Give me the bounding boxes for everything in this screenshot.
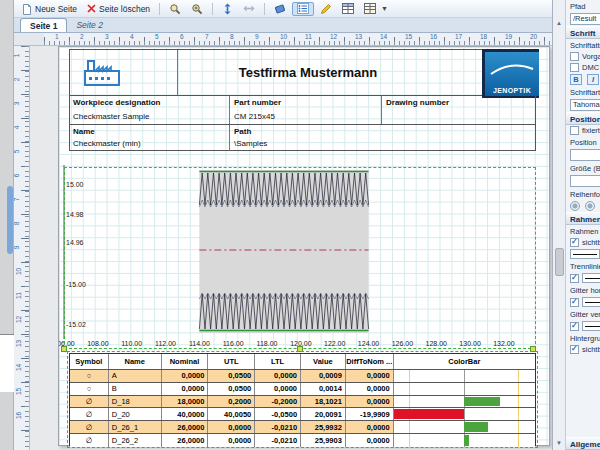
position-input[interactable] bbox=[570, 149, 600, 161]
part-number-value[interactable]: CM 215x45 bbox=[229, 110, 381, 124]
section-schrift[interactable]: Schrift bbox=[566, 26, 600, 39]
path-value[interactable]: \Samples bbox=[229, 137, 536, 151]
delete-page-button[interactable]: Seite löschen bbox=[83, 2, 154, 16]
v-ruler-number: 7 bbox=[14, 198, 20, 202]
eraser-button[interactable] bbox=[270, 2, 290, 16]
name-value[interactable]: Checkmaster (min) bbox=[69, 137, 229, 151]
colorbar-guide-line bbox=[518, 434, 519, 447]
field-list-button[interactable] bbox=[292, 2, 314, 16]
rahmen-sichtbar-checkbox[interactable] bbox=[570, 238, 579, 247]
schriftart-label: Schriftart bbox=[566, 86, 600, 98]
groesse-input[interactable] bbox=[570, 175, 600, 187]
schriftart-combobox[interactable]: Tahoma bbox=[570, 99, 600, 111]
design-canvas[interactable]: Testfirma Mustermann JENOPTIK Workpiece … bbox=[30, 46, 552, 450]
fit-height-icon bbox=[222, 3, 233, 15]
trennlinie-row[interactable] bbox=[566, 272, 600, 284]
bold-button[interactable]: B bbox=[570, 74, 582, 85]
table-header-cell: Name bbox=[109, 354, 162, 369]
vorgabe-checkbox-row[interactable]: Vorgabe bbox=[566, 51, 600, 62]
section-rahmen[interactable]: Rahmen bbox=[566, 212, 600, 225]
gitter-vertikal-checkbox[interactable] bbox=[570, 322, 579, 331]
hintergrund-sichtbar-row[interactable]: sichtbar bbox=[566, 344, 600, 355]
zoom-in-button[interactable] bbox=[187, 2, 207, 16]
fit-width-icon bbox=[243, 3, 255, 14]
gitter-horizontal-label: Gitter horizontal bbox=[566, 284, 600, 296]
colorbar-cell bbox=[394, 421, 535, 433]
gitter-horizontal-row[interactable] bbox=[566, 296, 600, 308]
order-back-icon[interactable] bbox=[585, 201, 595, 211]
h-ruler-number: 9 bbox=[255, 33, 259, 40]
name-cell: A bbox=[109, 370, 162, 382]
tab-seite-1[interactable]: Seite 1 bbox=[20, 18, 67, 32]
trennlinie-checkbox[interactable] bbox=[570, 274, 579, 283]
colorbar-guide-line bbox=[409, 421, 410, 433]
dmc-checkbox[interactable] bbox=[570, 63, 579, 72]
difftonom-cell: 0,0000 bbox=[346, 370, 394, 382]
left-scrollbar-thumb[interactable] bbox=[7, 186, 13, 254]
fit-width-button[interactable] bbox=[239, 2, 259, 16]
path-field-input[interactable]: /Result bbox=[570, 13, 600, 25]
difftonom-cell: 0,0000 bbox=[346, 434, 394, 447]
delete-page-label: Seite löschen bbox=[99, 4, 150, 14]
colorbar-cell bbox=[394, 370, 535, 382]
vorgabe-checkbox[interactable] bbox=[570, 52, 579, 61]
toolbar-separator bbox=[212, 3, 213, 15]
eraser-icon bbox=[274, 3, 286, 15]
report-header-block[interactable]: Testfirma Mustermann JENOPTIK bbox=[69, 49, 536, 96]
hintergrund-sichtbar-label: sichtbar bbox=[582, 345, 600, 354]
h-ruler: 1234567891011121314151617181920 bbox=[44, 33, 552, 46]
h-ruler-number: 1 bbox=[55, 33, 59, 40]
utl-cell: 0,0500 bbox=[208, 383, 255, 395]
gitter-horizontal-checkbox[interactable] bbox=[570, 298, 579, 307]
value-cell: 25,9932 bbox=[301, 421, 346, 433]
hintergrund-sichtbar-checkbox[interactable] bbox=[570, 345, 579, 354]
edit-button[interactable] bbox=[316, 2, 336, 16]
order-front-icon[interactable] bbox=[570, 201, 580, 211]
right-scrollbar[interactable]: ▲ ▼ bbox=[552, 0, 565, 450]
name-cell: D_20 bbox=[109, 408, 162, 420]
new-page-button[interactable]: Neue Seite bbox=[18, 2, 81, 16]
rahmen-linestyle-dropdown[interactable] bbox=[570, 249, 600, 259]
fixiert-checkbox[interactable] bbox=[570, 126, 579, 135]
italic-button[interactable]: I bbox=[587, 74, 599, 85]
hintergrund-label: Hintergrund bbox=[566, 332, 600, 344]
fixiert-checkbox-row[interactable]: fixiert bbox=[566, 125, 600, 136]
h-ruler-number: 6 bbox=[180, 33, 184, 40]
gitter-horizontal-linestyle-dropdown[interactable] bbox=[582, 297, 600, 307]
jenoptik-logo-text: JENOPTIK bbox=[485, 87, 539, 94]
result-table[interactable]: SymbolNameNominalUTLLTLValueDiffToNom ..… bbox=[69, 353, 536, 446]
table-header-cell: Value bbox=[301, 354, 346, 369]
table-options-button[interactable]: ▼ bbox=[360, 2, 394, 16]
chart-selection-outline[interactable] bbox=[64, 167, 536, 349]
rahmen-sichtbar-label: sichtbar bbox=[582, 238, 600, 247]
scroll-down-icon[interactable]: ▼ bbox=[556, 440, 562, 446]
section-position[interactable]: Position bbox=[566, 112, 600, 125]
workpiece-value[interactable]: Checkmaster Sample bbox=[69, 110, 229, 124]
colorbar-guide-line bbox=[464, 370, 465, 382]
h-ruler-number: 20 bbox=[530, 33, 537, 40]
fit-height-button[interactable] bbox=[218, 2, 237, 16]
gitter-vertikal-linestyle-dropdown[interactable] bbox=[582, 321, 600, 331]
v-ruler-number: 16 bbox=[15, 412, 22, 419]
tab-seite-2[interactable]: Seite 2 bbox=[67, 18, 111, 32]
difftonom-cell: -19,9909 bbox=[346, 408, 394, 420]
name-cell: D_26_2 bbox=[109, 434, 162, 447]
section-allgemein[interactable]: Allgemein bbox=[566, 437, 600, 450]
utl-cell: 0,2000 bbox=[208, 396, 255, 408]
dmc-checkbox-row[interactable]: DMC bbox=[566, 62, 600, 73]
drawing-number-value[interactable] bbox=[381, 110, 536, 124]
colorbar-cell bbox=[394, 434, 535, 447]
table-row: ○B0,00000,05000,00000,00140,0000 bbox=[70, 383, 535, 396]
rahmen-sichtbar-row[interactable]: sichtbar bbox=[566, 237, 600, 248]
right-scrollbar-thumb[interactable] bbox=[555, 248, 564, 276]
gitter-vertikal-row[interactable] bbox=[566, 320, 600, 332]
h-ruler-number: 3 bbox=[105, 33, 109, 40]
scroll-up-icon[interactable]: ▲ bbox=[556, 20, 562, 26]
zoom-out-button[interactable] bbox=[165, 2, 185, 16]
colorbar-guide-line bbox=[464, 383, 465, 395]
colorbar-guide-line bbox=[518, 370, 519, 382]
trennlinie-linestyle-dropdown[interactable] bbox=[582, 273, 600, 283]
company-logo-cell[interactable] bbox=[70, 50, 178, 95]
table-button[interactable] bbox=[338, 2, 358, 16]
report-page[interactable]: Testfirma Mustermann JENOPTIK Workpiece … bbox=[58, 46, 550, 446]
